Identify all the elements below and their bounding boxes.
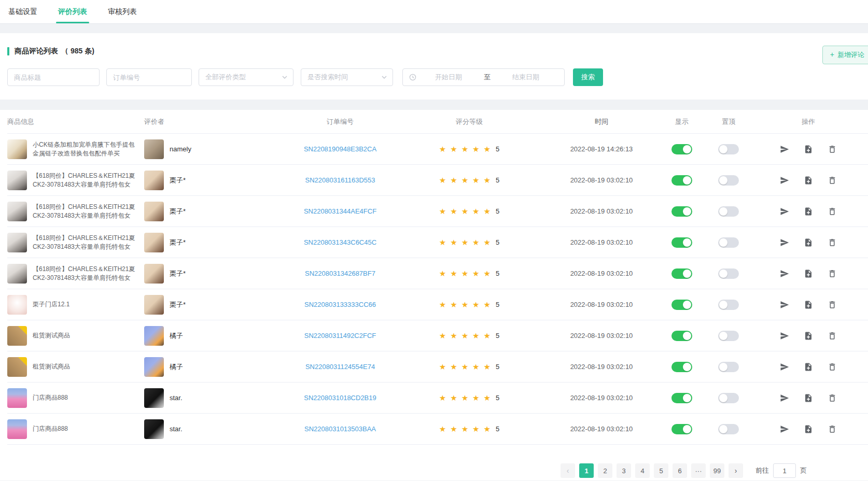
order-link[interactable]: SN220803161163D553 — [305, 176, 375, 184]
table-row: 门店商品888 star. SN2208031018CD2B19 ★★★★★ 5… — [7, 383, 868, 414]
delete-icon[interactable] — [828, 238, 837, 247]
pin-toggle[interactable] — [718, 206, 739, 217]
send-icon[interactable] — [780, 207, 789, 216]
tab-review-list[interactable]: 评价列表 — [58, 0, 87, 23]
delete-icon[interactable] — [828, 269, 837, 278]
display-toggle[interactable] — [671, 268, 692, 279]
delete-icon[interactable] — [828, 145, 837, 154]
pin-toggle[interactable] — [718, 144, 739, 154]
pin-toggle[interactable] — [718, 237, 739, 248]
reviewer-avatar — [144, 233, 164, 252]
order-no-input[interactable] — [106, 68, 192, 86]
rating-stars[interactable]: ★★★★★ — [439, 393, 495, 403]
display-toggle[interactable] — [671, 206, 692, 217]
date-range-picker[interactable]: 开始日期 至 结束日期 — [402, 68, 565, 86]
file-add-icon[interactable] — [804, 207, 813, 216]
display-toggle[interactable] — [671, 175, 692, 186]
filter-row: 全部评价类型 是否搜索时间 开始日期 至 结束日期 搜索 — [7, 68, 861, 86]
order-link[interactable]: SN2208031018CD2B19 — [304, 394, 376, 402]
page-button-99[interactable]: 99 — [710, 463, 724, 478]
display-toggle[interactable] — [671, 237, 692, 248]
send-icon[interactable] — [780, 176, 789, 185]
rating-stars[interactable]: ★★★★★ — [439, 207, 495, 216]
reviewer-name: 栗子* — [170, 238, 186, 247]
send-icon[interactable] — [780, 269, 789, 278]
send-icon[interactable] — [780, 425, 789, 434]
order-link[interactable]: SN22080311492C2FCF — [304, 332, 376, 339]
pin-toggle[interactable] — [718, 175, 739, 186]
file-add-icon[interactable] — [804, 362, 813, 372]
pin-toggle[interactable] — [718, 362, 739, 372]
add-review-button[interactable]: +新增评论 — [822, 46, 868, 64]
reviewer-name: star. — [170, 394, 183, 402]
order-link[interactable]: SN2208031342687BF7 — [305, 270, 375, 277]
rating-stars[interactable]: ★★★★★ — [439, 176, 495, 185]
pin-toggle[interactable] — [718, 268, 739, 279]
search-time-select[interactable]: 是否搜索时间 — [301, 68, 393, 86]
display-toggle[interactable] — [671, 393, 692, 403]
product-title-input[interactable] — [7, 68, 100, 86]
goto-page-input[interactable] — [773, 463, 796, 478]
rating-stars[interactable]: ★★★★★ — [439, 269, 495, 278]
page-button-4[interactable]: 4 — [635, 463, 650, 478]
search-button[interactable]: 搜索 — [573, 68, 603, 86]
page-button-1[interactable]: 1 — [579, 463, 594, 478]
display-toggle[interactable] — [671, 362, 692, 372]
rating-stars[interactable]: ★★★★★ — [439, 362, 495, 372]
display-toggle[interactable] — [671, 424, 692, 434]
review-list-panel: 商品评论列表 （ 985 条) +新增评论 全部评价类型 是否搜索时间 开始日期… — [0, 33, 868, 100]
rating-stars[interactable]: ★★★★★ — [439, 425, 495, 434]
send-icon[interactable] — [780, 238, 789, 247]
delete-icon[interactable] — [828, 393, 837, 403]
order-link[interactable]: SN2208031344AE4FCF — [304, 207, 376, 215]
tab-basic-settings[interactable]: 基础设置 — [8, 0, 37, 23]
pin-toggle[interactable] — [718, 393, 739, 403]
send-icon[interactable] — [780, 300, 789, 309]
pin-toggle[interactable] — [718, 300, 739, 310]
order-link[interactable]: SN2208190948E3B2CA — [304, 145, 376, 153]
send-icon[interactable] — [780, 362, 789, 372]
delete-icon[interactable] — [828, 425, 837, 434]
page-ellipsis[interactable]: ··· — [691, 463, 706, 478]
pin-toggle[interactable] — [718, 331, 739, 341]
order-link[interactable]: SN220803133333CC66 — [304, 301, 376, 308]
file-add-icon[interactable] — [804, 425, 813, 434]
file-add-icon[interactable] — [804, 331, 813, 341]
page-button-2[interactable]: 2 — [598, 463, 612, 478]
page-button-6[interactable]: 6 — [673, 463, 687, 478]
file-add-icon[interactable] — [804, 176, 813, 185]
rating-stars[interactable]: ★★★★★ — [439, 331, 495, 341]
pin-toggle[interactable] — [718, 424, 739, 434]
delete-icon[interactable] — [828, 300, 837, 309]
display-toggle[interactable] — [671, 144, 692, 154]
file-add-icon[interactable] — [804, 238, 813, 247]
delete-icon[interactable] — [828, 331, 837, 341]
order-link[interactable]: SN2208031013503BAA — [304, 425, 376, 433]
reviewer-name: 栗子* — [170, 269, 186, 278]
display-toggle[interactable] — [671, 331, 692, 341]
rating-stars[interactable]: ★★★★★ — [439, 238, 495, 247]
send-icon[interactable] — [780, 331, 789, 341]
rating-stars[interactable]: ★★★★★ — [439, 300, 495, 309]
send-icon[interactable] — [780, 393, 789, 403]
delete-icon[interactable] — [828, 207, 837, 216]
delete-icon[interactable] — [828, 362, 837, 372]
file-add-icon[interactable] — [804, 393, 813, 403]
order-link[interactable]: SN2208031343C6C45C — [304, 238, 376, 246]
order-link[interactable]: SN2208031124554E74 — [305, 363, 375, 371]
page-button-3[interactable]: 3 — [617, 463, 631, 478]
next-page-button[interactable]: › — [729, 463, 743, 478]
header-rating: 评分等级 — [394, 117, 544, 126]
tab-audit-list[interactable]: 审核列表 — [108, 0, 137, 23]
file-add-icon[interactable] — [804, 145, 813, 154]
file-add-icon[interactable] — [804, 269, 813, 278]
rating-stars[interactable]: ★★★★★ — [439, 145, 495, 154]
display-toggle[interactable] — [671, 300, 692, 310]
prev-page-button[interactable]: ‹ — [561, 463, 575, 478]
page-button-5[interactable]: 5 — [654, 463, 668, 478]
delete-icon[interactable] — [828, 176, 837, 185]
send-icon[interactable] — [780, 145, 789, 154]
file-add-icon[interactable] — [804, 300, 813, 309]
reviewer-avatar — [144, 171, 164, 190]
review-type-select[interactable]: 全部评价类型 — [199, 68, 293, 86]
